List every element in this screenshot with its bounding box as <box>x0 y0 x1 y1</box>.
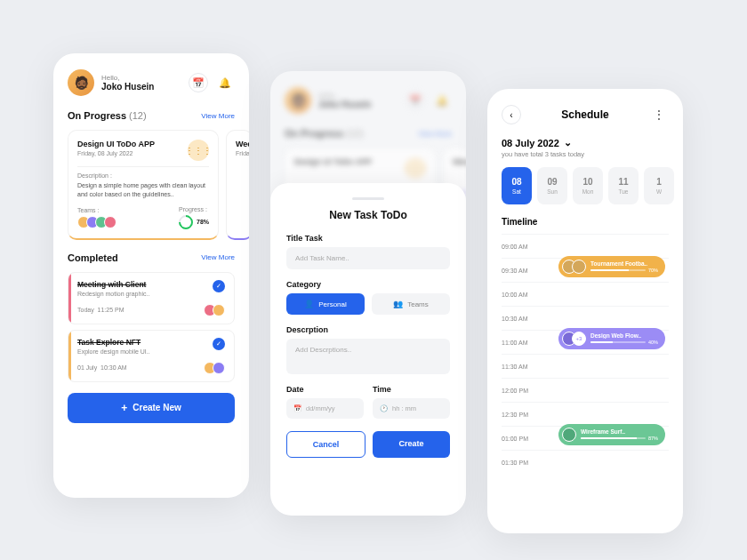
back-button[interactable]: ‹ <box>502 105 521 124</box>
calendar-icon[interactable]: 📅 <box>189 73 208 92</box>
item-title: Meeting with Client <box>77 280 149 289</box>
item-sub: Explore design mobile UI.. <box>77 348 150 355</box>
date-label: Date <box>286 385 364 394</box>
greeting: Hello, <box>101 74 181 82</box>
create-button[interactable]: Create <box>373 431 450 458</box>
item-datetime: 01 July 10:30 AM <box>77 364 127 371</box>
event-tournament[interactable]: Tournament Footba.. 70% <box>558 256 665 277</box>
time-row: 10:00 AM <box>502 282 669 306</box>
more-button[interactable]: ⋮ <box>649 105 669 124</box>
category-label: Category <box>286 280 450 289</box>
day-pill[interactable]: 10Mon <box>573 167 603 204</box>
check-icon: ✓ <box>213 338 225 350</box>
time-label: Time <box>373 385 450 394</box>
bell-icon[interactable]: 🔔 <box>215 73 235 92</box>
completed-item[interactable]: Task Explore NFT Explore design mobile U… <box>68 330 235 382</box>
person-icon: 👤 <box>304 300 314 308</box>
event-wireframe[interactable]: Wireframe Surf.. 87% <box>558 424 665 445</box>
day-pill[interactable]: 1W <box>644 167 674 204</box>
event-design-web[interactable]: +3 Design Web Flow.. 40% <box>558 328 665 349</box>
page-title: Schedule <box>561 108 608 121</box>
dots-icon: ⋮ <box>654 108 664 121</box>
sheet-title: New Task ToDo <box>286 209 450 221</box>
completed-item[interactable]: Meeting with Client Redesign motion grap… <box>68 272 235 324</box>
day-strip[interactable]: 08Sat09Sun10Mon11Tue1W <box>502 167 669 204</box>
date-subtitle: you have total 3 tasks today <box>502 150 669 158</box>
progress-pct: 78% <box>197 219 209 225</box>
item-title: Task Explore NFT <box>77 338 150 347</box>
description-label: Descrption <box>286 325 450 334</box>
on-progress-title: On Progress (12) <box>68 110 147 121</box>
home-screen: 🧔🏾 Hello, Joko Husein 📅 🔔 On Progress (1… <box>53 53 249 498</box>
team-avatars <box>77 216 116 228</box>
category-personal-button[interactable]: 👤 Personal <box>286 293 365 315</box>
people-icon: 👥 <box>393 300 403 308</box>
new-task-screen: 🧔🏾 Hello, Joko Husein 📅 🔔 On Progress (1… <box>270 71 466 516</box>
time-row: 01:30 PM <box>502 450 669 474</box>
schedule-screen: ‹ Schedule ⋮ 08 July 2022 ⌄ you have tot… <box>487 89 683 533</box>
progress-card[interactable]: Design UI ToDo APP Friday, 08 July 2022 … <box>68 130 219 240</box>
day-pill[interactable]: 09Sun <box>537 167 567 204</box>
view-more-link[interactable]: View More <box>201 253 235 261</box>
check-icon: ✓ <box>213 280 225 292</box>
time-row: 12:00 PM <box>502 378 669 402</box>
chevron-down-icon: ⌄ <box>564 137 572 148</box>
cancel-button[interactable]: Cancel <box>286 431 365 458</box>
sheet-handle[interactable] <box>352 197 384 200</box>
view-more-link[interactable]: View More <box>201 112 235 120</box>
completed-title: Completed <box>68 252 118 263</box>
day-pill[interactable]: 08Sat <box>502 167 532 204</box>
progress-ring-icon <box>176 212 197 232</box>
time-input[interactable]: 🕐 hh : mm <box>373 398 450 419</box>
task-name-input[interactable]: Add Task Name.. <box>286 247 450 269</box>
card-title: Design UI ToDo APP <box>77 140 155 148</box>
card-date: Friday, 08 July 2022 <box>77 150 155 156</box>
timeline-title: Timeline <box>502 217 669 227</box>
card-desc: Design a simple home pages with clean la… <box>77 181 209 199</box>
time-row: 11:30 AM <box>502 354 669 378</box>
description-input[interactable]: Add Descrptions.. <box>286 339 450 374</box>
progress-carousel[interactable]: Design UI ToDo APP Friday, 08 July 2022 … <box>68 130 235 240</box>
desc-label: Description : <box>77 172 209 179</box>
progress-card-peek[interactable]: Wee Friday <box>226 130 249 240</box>
username: Joko Husein <box>101 82 181 92</box>
category-teams-button[interactable]: 👥 Teams <box>372 293 450 315</box>
teams-label: Teams : <box>77 207 116 213</box>
time-row: 09:00 AM <box>502 234 669 258</box>
title-label: Title Task <box>286 234 450 243</box>
time-row: 10:30 AM <box>502 306 669 330</box>
header: 🧔🏾 Hello, Joko Husein 📅 🔔 <box>68 69 235 96</box>
calendar-icon: 📅 <box>293 404 301 412</box>
timeline: Tournament Footba.. 70% +3 Design Web Fl… <box>502 234 669 474</box>
user-avatar[interactable]: 🧔🏾 <box>68 69 94 96</box>
create-new-button[interactable]: + Create New <box>68 393 235 423</box>
plus-icon: + <box>121 402 127 414</box>
date-input[interactable]: 📅 dd/mm/yy <box>286 398 364 419</box>
item-sub: Redesign motion graphic.. <box>77 291 149 297</box>
new-task-sheet: New Task ToDo Title Task Add Task Name..… <box>270 183 466 516</box>
date-selector[interactable]: 08 July 2022 ⌄ <box>502 137 669 148</box>
time-row: 12:30 PM <box>502 402 669 426</box>
chevron-left-icon: ‹ <box>510 110 512 120</box>
network-icon: ⋮⋮⋮ <box>188 140 209 161</box>
progress-label: Progress : <box>179 206 209 212</box>
item-datetime: Today 11:25 PM <box>77 307 124 313</box>
clock-icon: 🕐 <box>380 404 388 412</box>
day-pill[interactable]: 11Tue <box>608 167 639 204</box>
